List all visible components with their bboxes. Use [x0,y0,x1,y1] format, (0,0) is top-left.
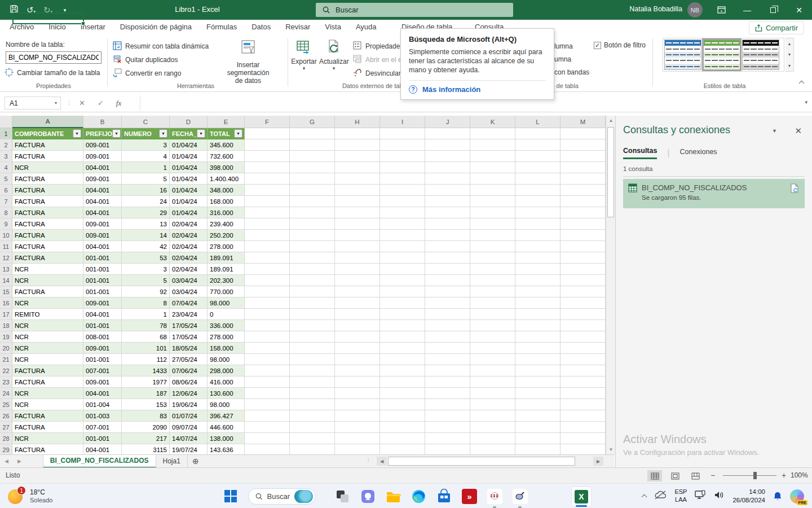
row-header-17[interactable]: 17 [0,309,12,320]
cell[interactable] [245,128,290,139]
cell[interactable] [515,173,561,185]
cell[interactable]: 01/04/24 [170,151,208,162]
cell[interactable]: 53 [122,252,170,264]
cell[interactable] [290,343,335,354]
cell[interactable]: 19/07/24 [170,444,208,454]
cell[interactable] [470,252,515,264]
cell[interactable] [470,444,515,454]
unlink-button[interactable]: Desvincular [353,68,401,78]
panel-close-icon[interactable]: ✕ [795,126,802,136]
cell[interactable] [380,376,425,388]
avatar[interactable]: NB [687,2,703,17]
cell[interactable]: 14/07/24 [170,433,208,444]
cell[interactable]: NCR [12,388,83,399]
cell[interactable] [245,388,290,399]
cell[interactable] [515,230,561,241]
cell[interactable] [380,444,425,454]
cell[interactable]: 83 [122,410,170,422]
cell[interactable]: 1.400.400 [208,173,245,185]
cell[interactable] [245,354,290,365]
table-header-comprobante[interactable]: COMPROBANTE▼ [12,128,83,139]
cell[interactable]: 398.000 [208,162,245,173]
filter-dropdown-icon[interactable]: ▼ [159,129,167,138]
cell[interactable]: 278.000 [208,331,245,343]
cell[interactable] [290,230,335,241]
cell[interactable]: 009-001 [83,139,122,151]
cell[interactable]: 004-001 [83,196,122,207]
cell[interactable]: FACTURA [12,365,83,376]
table-header-numero[interactable]: NUMERO▼ [122,128,170,139]
cell[interactable] [245,162,290,173]
column-header-B[interactable]: B [83,116,122,128]
cell[interactable]: 08/06/24 [170,376,208,388]
cell[interactable] [515,399,561,410]
cell[interactable] [425,275,470,286]
cell[interactable]: 004-001 [83,207,122,218]
cell[interactable]: FACTURA [12,252,83,264]
cell[interactable] [470,173,515,185]
app-magnifier-icon[interactable] [513,489,528,504]
network-icon[interactable] [695,490,706,502]
user-name[interactable]: Natalia Bobadilla [629,5,682,13]
cell[interactable] [245,252,290,264]
cell[interactable] [515,218,561,230]
menu-tab-ayuda[interactable]: Ayuda [348,20,384,34]
cell[interactable] [245,343,290,354]
cell[interactable] [515,343,561,354]
cell[interactable] [470,139,515,151]
cell[interactable]: 1 [122,162,170,173]
cell[interactable]: 001-001 [83,264,122,275]
column-header-C[interactable]: C [122,116,170,128]
cell[interactable] [380,241,425,252]
cell[interactable] [515,252,561,264]
row-header-21[interactable]: 21 [0,354,12,365]
cell[interactable]: 07/06/24 [170,365,208,376]
cell[interactable] [470,207,515,218]
cell[interactable] [335,309,380,320]
cell[interactable] [470,185,515,196]
cell[interactable] [290,207,335,218]
cell[interactable] [425,207,470,218]
cell[interactable]: 732.600 [208,151,245,162]
cell[interactable]: 27/05/24 [170,354,208,365]
cell[interactable] [290,320,335,331]
cell[interactable]: 03/04/24 [170,275,208,286]
row-header-10[interactable]: 10 [0,230,12,241]
weather-temp[interactable]: 18°C [30,488,45,496]
cell[interactable]: 02/04/24 [170,252,208,264]
ribbon-display-options-icon[interactable] [708,0,734,20]
cell[interactable] [515,365,561,376]
cell[interactable] [290,388,335,399]
cell[interactable]: 13 [122,218,170,230]
sheet-nav-left-icon[interactable]: ◀ [0,458,13,464]
cell[interactable]: 02/04/24 [170,264,208,275]
cell[interactable] [425,365,470,376]
cell[interactable] [335,331,380,343]
menu-tab-insertar[interactable]: Insertar [73,20,113,34]
clock[interactable]: 14:00 26/08/2024 [732,488,765,505]
collapse-ribbon-icon[interactable] [800,79,804,87]
cell[interactable]: 42 [122,241,170,252]
row-header-7[interactable]: 7 [0,196,12,207]
cell[interactable] [515,376,561,388]
cell[interactable]: 3115 [122,444,170,454]
cell[interactable] [425,241,470,252]
cell[interactable] [245,151,290,162]
cell[interactable]: 17/05/24 [170,320,208,331]
cell[interactable]: 250.200 [208,230,245,241]
cell[interactable] [245,275,290,286]
zoom-level[interactable]: 100% [791,471,808,479]
notification-bell-icon[interactable] [773,492,782,501]
cell[interactable] [561,230,606,241]
cell[interactable] [380,218,425,230]
row-header-15[interactable]: 15 [0,286,12,297]
cell[interactable] [561,151,606,162]
cell[interactable] [335,252,380,264]
menu-tab-datos[interactable]: Datos [244,20,278,34]
cell[interactable]: 396.427 [208,410,245,422]
page-break-view-icon[interactable] [688,470,703,481]
vertical-scrollbar[interactable]: ▲ ▼ [606,116,615,454]
column-header-L[interactable]: L [515,116,561,128]
cell[interactable] [470,399,515,410]
cell[interactable] [290,241,335,252]
